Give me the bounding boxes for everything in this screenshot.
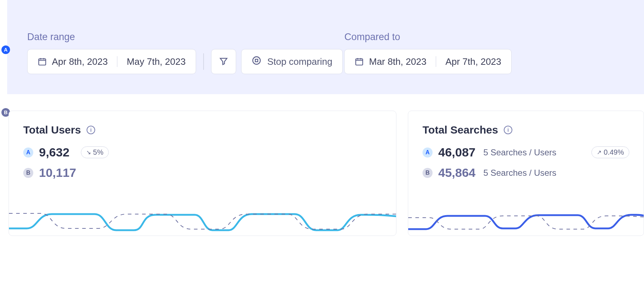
users-value-a: 9,632: [39, 145, 69, 159]
total-searches-title: Total Searches: [423, 124, 498, 136]
date-separator: [117, 56, 117, 67]
searches-sub-b: 5 Searches / Users: [483, 168, 556, 178]
users-sparkline: [9, 203, 396, 236]
users-value-b: 10,117: [39, 166, 76, 180]
date-separator: [436, 56, 436, 67]
stop-icon: [252, 55, 262, 68]
total-users-card: Total Users i A 9,632 ↘ 5% B 10,117: [9, 111, 396, 236]
users-metric-a: A 9,632 ↘ 5%: [23, 145, 382, 159]
searches-delta-badge: ↗ 0.49%: [591, 146, 629, 158]
calendar-icon: [38, 57, 47, 66]
searches-metric-b: B 45,864 5 Searches / Users: [423, 166, 629, 180]
users-delta-badge: ↘ 5%: [81, 146, 109, 158]
svg-rect-2: [255, 59, 258, 62]
compared-to-block: Compared to Mar 8th, 2023 Apr 7th, 2023: [344, 32, 512, 74]
filter-button[interactable]: [211, 49, 236, 74]
series-marker-a: A: [1, 45, 10, 54]
searches-sparkline: [408, 203, 644, 236]
info-icon[interactable]: i: [87, 126, 95, 134]
info-icon[interactable]: i: [504, 126, 512, 134]
compared-to-date-picker[interactable]: Mar 8th, 2023 Apr 7th, 2023: [344, 49, 512, 74]
total-users-title: Total Users: [23, 124, 81, 136]
compared-to-end: Apr 7th, 2023: [445, 56, 501, 67]
searches-sub-a: 5 Searches / Users: [483, 148, 556, 158]
compare-controls-panel: A B Date range Apr 8th, 2023 May 7th, 20…: [7, 0, 644, 94]
users-metric-b: B 10,117: [23, 166, 382, 180]
users-delta-value: 5%: [93, 148, 103, 156]
stop-comparing-label: Stop comparing: [267, 56, 332, 67]
arrow-up-right-icon: ↗: [597, 149, 601, 156]
compared-to-start: Mar 8th, 2023: [369, 56, 426, 67]
vertical-separator: [203, 53, 204, 70]
svg-rect-0: [39, 59, 46, 65]
compared-to-label: Compared to: [344, 32, 512, 43]
date-range-picker[interactable]: Apr 8th, 2023 May 7th, 2023: [27, 49, 196, 74]
total-searches-card: Total Searches i A 46,087 5 Searches / U…: [408, 111, 644, 236]
series-badge-b: B: [423, 168, 433, 178]
date-range-start: Apr 8th, 2023: [52, 56, 108, 67]
series-badge-a: A: [23, 148, 33, 158]
svg-rect-3: [356, 59, 363, 65]
date-range-block: Date range Apr 8th, 2023 May 7th, 2023: [27, 32, 343, 74]
searches-value-a: 46,087: [438, 145, 475, 159]
searches-delta-value: 0.49%: [604, 148, 624, 156]
searches-value-b: 45,864: [438, 166, 475, 180]
searches-metric-a: A 46,087 5 Searches / Users ↗ 0.49%: [423, 145, 629, 159]
svg-point-1: [253, 57, 260, 64]
filter-icon: [219, 56, 229, 67]
arrow-down-right-icon: ↘: [86, 149, 91, 156]
date-range-label: Date range: [27, 32, 343, 43]
series-badge-a: A: [423, 148, 433, 158]
stop-comparing-button[interactable]: Stop comparing: [241, 49, 343, 74]
date-range-end: May 7th, 2023: [127, 56, 186, 67]
calendar-icon: [355, 57, 364, 66]
series-badge-b: B: [23, 168, 33, 178]
metrics-cards-row: Total Users i A 9,632 ↘ 5% B 10,117 Tota…: [0, 94, 644, 236]
